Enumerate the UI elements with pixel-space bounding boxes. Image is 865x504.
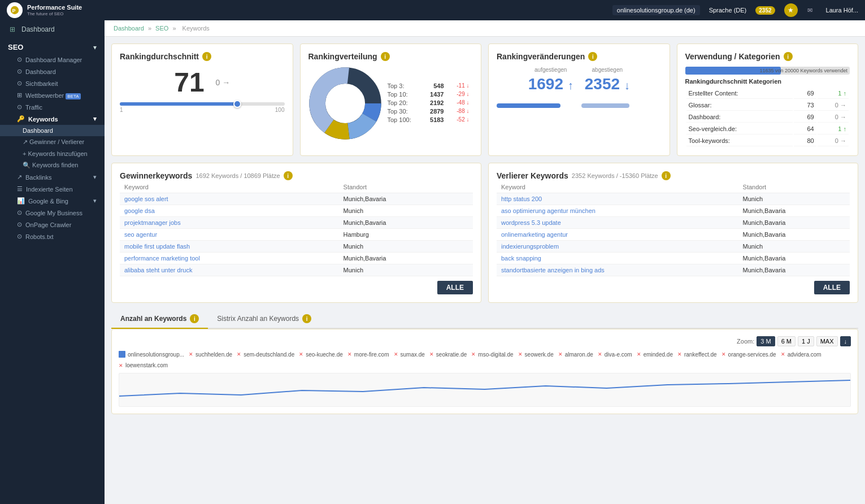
svg-point-7 xyxy=(326,84,364,123)
keyword-link[interactable]: mobile first update flash xyxy=(124,243,190,250)
verwendung-table-title: Rankingdurchschnitt Kategorien xyxy=(685,78,850,85)
verwendung-bar-label: 11635 von 20000 Keywords verwendet xyxy=(759,67,847,75)
tab-sistrix[interactable]: Sistrix Anzahl an Keywords i xyxy=(208,310,320,328)
sidebar-item-robots-txt[interactable]: ⊙ Robots.txt xyxy=(0,231,105,242)
zoom-1j-button[interactable]: 1 J xyxy=(798,336,814,346)
keywords-chevron: ▾ xyxy=(93,115,97,123)
verwendung-table: Erstellter Content: 69 1 ↑ Glossar: 73 0… xyxy=(685,87,850,147)
download-button[interactable]: ↓ xyxy=(840,336,851,346)
keyword-link[interactable]: seo agentur xyxy=(124,231,157,238)
zoom-3m-button[interactable]: 3 M xyxy=(757,336,775,346)
keyword-link[interactable]: performance marketing tool xyxy=(124,255,200,262)
sidebar-item-sichtbarkeit[interactable]: ⊙ Sichtbarkeit xyxy=(0,77,105,89)
keyword-link[interactable]: http status 200 xyxy=(501,195,542,202)
legend-entry: ✕mso-digital.de xyxy=(471,351,513,358)
breadcrumb-sep1: » xyxy=(148,25,151,32)
abgestiegen-value: 2352 ↓ xyxy=(585,75,630,93)
sidebar-item-keywords-dashboard[interactable]: Dashboard xyxy=(0,125,105,136)
verlierer-info-icon[interactable]: i xyxy=(662,171,671,180)
breadcrumb-seo[interactable]: SEO xyxy=(155,25,168,32)
keyword-link[interactable]: alibaba steht unter druck xyxy=(124,267,192,273)
verwendung-title: Verwendung / Kategorien i xyxy=(685,52,850,61)
keyword-link[interactable]: indexierungsproblem xyxy=(501,243,559,250)
breadcrumb-keywords: Keywords xyxy=(182,25,210,32)
sidebar-item-google-bing[interactable]: 📊 Google & Bing ▾ xyxy=(0,195,105,207)
legend-entry: ✕orange-services.de xyxy=(721,351,776,358)
keyword-link[interactable]: projektmanager jobs xyxy=(124,219,181,226)
sidebar-seo-section[interactable]: SEO ▾ xyxy=(0,38,105,54)
tab-anzahl[interactable]: Anzahl an Keywords i xyxy=(111,310,208,329)
robots-icon: ⊙ xyxy=(17,233,22,240)
sidebar-item-dashboard2[interactable]: ⊙ Dashboard xyxy=(0,66,105,77)
ranking-avg-value: 71 xyxy=(174,67,204,98)
keyword-link[interactable]: google dsa xyxy=(124,207,155,214)
changes-bars xyxy=(497,99,662,108)
sidebar-item-keywords-finden[interactable]: 🔍 Keywords finden xyxy=(0,159,105,171)
domain-selector[interactable]: onlinesolutionsgroup.de (de) xyxy=(612,5,700,15)
language-selector[interactable]: Sprache (DE) xyxy=(709,7,747,14)
ranking-avg-info-icon[interactable]: i xyxy=(202,52,211,61)
keyword-link[interactable]: back snapping xyxy=(501,255,541,262)
zoom-6m-button[interactable]: 6 M xyxy=(777,336,796,346)
sidebar-item-wettbewerber[interactable]: ⊞ Wettbewerber BETA xyxy=(0,89,105,101)
verwendung-card: Verwendung / Kategorien i 11635 von 2000… xyxy=(677,44,859,156)
topbar-icons: ★ ✉ xyxy=(784,3,817,17)
tab-sistrix-info[interactable]: i xyxy=(302,314,311,323)
sidebar-label: OnPage Crawler xyxy=(25,221,71,228)
sidebar-item-backlinks[interactable]: ↗ Backlinks ▾ xyxy=(0,171,105,183)
gewinner-info-icon[interactable]: i xyxy=(284,171,293,180)
legend-row-top100: Top 100: 5183 -52 ↓ xyxy=(388,116,470,123)
legend-x: ✕ xyxy=(598,351,602,357)
keyword-link[interactable]: standortbasierte anzeigen in bing ads xyxy=(501,267,605,273)
sidebar-item-keywords[interactable]: 🔑 Keywords ▾ xyxy=(0,113,105,125)
sidebar-label: Sichtbarkeit xyxy=(25,80,58,87)
table-row: performance marketing toolMunich,Bavaria xyxy=(120,253,473,264)
dashboard2-icon: ⊙ xyxy=(17,68,22,75)
tab-anzahl-info[interactable]: i xyxy=(190,314,199,323)
sidebar-item-dashboard-manager[interactable]: ⊙ Dashboard Manager xyxy=(0,54,105,66)
ranking-changes-info-icon[interactable]: i xyxy=(588,52,597,61)
sidebar-item-gewinner-verlierer[interactable]: ↗ Gewinner / Verlierer xyxy=(0,136,105,148)
seo-chevron: ▾ xyxy=(93,44,97,51)
legend-entry: ✕suchhelden.de xyxy=(189,351,232,358)
zoom-max-button[interactable]: MAX xyxy=(816,336,838,346)
gewinner-table-header: Keyword Standort xyxy=(120,181,473,193)
user-menu[interactable]: Laura Höf... xyxy=(826,7,858,14)
legend-color xyxy=(119,351,125,358)
down-bar xyxy=(581,103,629,108)
legend-x: ✕ xyxy=(299,351,303,357)
ranking-slider[interactable] xyxy=(120,102,285,106)
keyword-link[interactable]: google sos alert xyxy=(124,195,168,202)
keyword-link[interactable]: aso optimierung agentur münchen xyxy=(501,207,595,214)
backlinks-icon: ↗ xyxy=(17,173,22,181)
sidebar-item-dashboard[interactable]: ⊞ Dashboard xyxy=(0,20,105,38)
legend-entry: ✕seowerk.de xyxy=(518,351,554,358)
legend-row-top3: Top 3: 548 -11 ↓ xyxy=(388,82,470,89)
topbar-right: onlinesolutionsgroup.de (de) Sprache (DE… xyxy=(612,3,858,17)
keyword-link[interactable]: wordpress 5.3 update xyxy=(501,219,561,226)
breadcrumb-dashboard[interactable]: Dashboard xyxy=(114,25,144,32)
gewinner-btn-row: ALLE xyxy=(120,281,473,294)
breadcrumb: Dashboard » SEO » Keywords xyxy=(105,20,865,37)
coins-badge[interactable]: 2352 xyxy=(755,6,775,15)
sidebar-item-keywords-hinzufuegen[interactable]: + Keywords hinzufügen xyxy=(0,148,105,159)
verlierer-alle-button[interactable]: ALLE xyxy=(814,281,850,294)
legend-entry: ✕rankeffect.de xyxy=(677,351,717,358)
sidebar-item-google-my-business[interactable]: ⊙ Google My Business xyxy=(0,207,105,219)
gewinner-alle-button[interactable]: ALLE xyxy=(437,281,473,294)
ranking-changes-title: Rankingveränderungen i xyxy=(497,52,662,61)
table-row: aso optimierung agentur münchenMunich,Ba… xyxy=(497,205,850,217)
logo-sub: The future of SEO xyxy=(27,11,82,16)
mail-icon[interactable]: ✉ xyxy=(803,3,817,17)
notifications-icon[interactable]: ★ xyxy=(784,3,798,17)
sidebar-item-traffic[interactable]: ⊙ Traffic xyxy=(0,101,105,113)
ranking-dist-info-icon[interactable]: i xyxy=(381,52,390,61)
indexierte-icon: ☰ xyxy=(17,185,23,193)
verlierer-col-standort: Standort xyxy=(738,181,850,193)
sidebar-item-indexierte-seiten[interactable]: ☰ Indexierte Seiten xyxy=(0,183,105,195)
wl-row: Gewinnerkeywords 1692 Keywords / 10869 P… xyxy=(105,163,865,310)
sidebar-item-onpage-crawler[interactable]: ⊙ OnPage Crawler xyxy=(0,219,105,231)
legend-label: more-fire.com xyxy=(354,351,389,358)
keyword-link[interactable]: onlinemarketing agentur xyxy=(501,231,568,238)
verwendung-info-icon[interactable]: i xyxy=(784,52,793,61)
